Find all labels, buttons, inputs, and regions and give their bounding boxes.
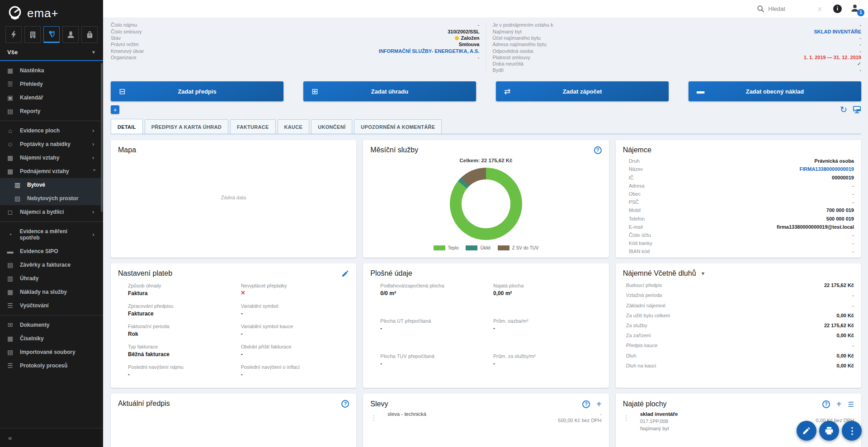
drag-handle-icon[interactable]: ⋮ [623,411,629,421]
search-icon[interactable] [757,5,764,13]
summary-value: Založen [455,35,480,42]
field-value: - [128,372,236,378]
summary-label: Najímaný byt [493,29,522,35]
field-label: Typ fakturace [128,344,236,349]
action-button[interactable]: ▬Zadat obecný náklad [689,81,861,101]
search-input[interactable] [768,5,809,12]
nonresidential-icon: ▨ [14,195,21,202]
sidebar-item[interactable]: ▤Importované soubory [0,345,103,359]
clear-search-icon[interactable]: × [817,5,822,14]
sidebar-scrollbar[interactable] [101,63,103,212]
tab[interactable]: UPOZORNĚNÍ A KOMENTÁŘE [354,119,442,134]
add-area-icon[interactable]: + [836,400,842,409]
sidebar-item[interactable]: ▦Nástěnka [0,64,103,77]
tenants-icon: ◻ [6,209,14,215]
summary-value: - [859,67,861,74]
row-value: 22 175,62 Kč [824,280,854,290]
context-filter-label: Vše [7,49,18,56]
monitor-view-icon[interactable] [853,106,861,113]
field: Poslední navýšení o inflaci- [241,364,349,378]
action-button[interactable]: ⇄Zadat zápočet [496,81,669,101]
monthly-services-donut-chart [450,168,522,240]
summary-value: - [859,42,861,48]
action-button[interactable]: ⊟Zadat předpis [111,81,283,101]
chevron-right-icon [91,169,98,174]
field-value: 0,00 m² [493,290,602,296]
drag-handle-icon[interactable]: ⋮ [370,411,377,421]
sidebar-collapse-button[interactable]: « [0,428,103,447]
tab[interactable]: PŘEDPISY A KARTA ÚHRAD [145,119,228,134]
field: Variabilní symbol kauce- [241,324,349,337]
topbar: × i 1 [103,0,868,18]
tenant-rows: DruhPrávnická osobaNázevFIRMA13380000000… [623,157,854,255]
sidebar-item[interactable]: ⌂Evidence ploch [0,124,103,137]
card-title: Nájemné Včetně dluhů▼ [623,269,706,278]
sidebar-item[interactable]: ☺Poptávky a nabídky [0,137,103,151]
list-view-icon[interactable]: ☰ [848,401,854,408]
tab[interactable]: FAKTURACE [230,119,276,134]
sidebar-item[interactable]: ▣Kalendář [0,91,103,104]
collapse-icon: « [8,434,12,442]
tab[interactable]: KAUCE [278,119,310,134]
sidebar-item[interactable]: ▩Podnájemní vztahy [0,165,103,178]
tab[interactable]: UKONČENÍ [311,119,352,134]
row-label: PSČ [623,198,639,206]
help-icon[interactable]: ? [822,400,830,408]
sidebar-item-label: Protokoly procesů [20,362,67,369]
info-icon[interactable]: i [833,5,842,13]
sidebar-item[interactable]: ▤Reporty [0,104,103,118]
row-label: Budoucí předpis [623,280,662,290]
sidebar-item[interactable]: ▦Číselníky [0,332,103,345]
add-discount-icon[interactable]: + [596,400,602,409]
sidebar-item[interactable]: ◻Nájemci a bydlící [0,205,103,219]
money-minus-icon: ⊟ [119,87,125,96]
help-icon[interactable]: ? [582,400,590,408]
sidebar-item[interactable]: ☰Vyúčtování [0,299,103,312]
module-tab-buildings[interactable] [24,26,41,43]
sidebar-item[interactable]: ▤Závěrky a fakturace [0,258,103,272]
row-value: 500 000 019 [826,215,854,223]
sidebar-item[interactable]: ▦Náklady na služby [0,285,103,299]
dropdown-caret-icon[interactable]: ▼ [701,271,706,276]
edit-fab-button[interactable] [797,421,816,441]
row-label: Za zařízení [623,330,651,340]
summary-label: Doba neurčitá [493,61,524,67]
action-buttons: ⊟Zadat předpis⊞Zadat úhradu⇄Zadat zápoče… [111,81,861,101]
discount-item[interactable]: ⋮ sleva - technická - 500,00 Kč bez DPH [370,411,601,423]
refresh-icon[interactable]: ↻ [840,105,847,114]
sidebar-item[interactable]: ▨Nebytových prostor [0,192,103,205]
module-tab-rentals[interactable] [43,26,60,43]
edit-pencil-icon[interactable] [341,270,349,278]
sidebar-item[interactable]: ▬Evidence SIPO [0,245,103,258]
add-button[interactable]: + [111,105,119,114]
module-tab-energy[interactable] [5,26,22,43]
sidebar-item-label: Úhrady [20,275,38,282]
help-icon[interactable]: ? [594,146,602,154]
action-button[interactable]: ⊞Zadat úhradu [303,81,476,101]
sidebar-item[interactable]: ▥Bytové [0,178,103,192]
dashboard-icon: ▦ [6,67,14,74]
pencil-icon [802,426,811,435]
row-label: Dluh na kauci [623,361,656,371]
module-tab-workers[interactable] [62,26,79,43]
sidebar-item[interactable]: ▩Nájemní vztahy [0,151,103,165]
card-title: Plošné údaje [370,269,412,278]
sidebar-item[interactable]: ✉Dokumenty [0,318,103,332]
sidebar-item[interactable]: ◔Evidence a měření spotřeb [0,225,103,245]
help-icon[interactable]: ? [341,400,349,408]
tab[interactable]: DETAIL [111,119,143,134]
user-account-button[interactable]: 1 [850,3,860,15]
app-logo-text: ema+ [27,6,59,20]
residential-icon: ▥ [14,182,21,188]
sidebar-item[interactable]: ☰Protokoly procesů [0,359,103,372]
sidebar-item[interactable]: ☰Přehledy [0,77,103,91]
print-fab-button[interactable] [819,421,839,441]
context-filter-dropdown[interactable]: Vše ▼ [0,43,103,61]
field-value: × [241,290,349,296]
summary-label: Stav [111,35,121,42]
module-tab-bag[interactable] [81,26,98,43]
row-label: Číslo účtu [623,231,651,239]
summary-right-column: Je v podnájemním vztahu k-Najímaný bytSK… [486,22,862,74]
sidebar-item[interactable]: ▥Úhrady [0,272,103,285]
more-fab-button[interactable]: ⋮ [842,421,862,441]
